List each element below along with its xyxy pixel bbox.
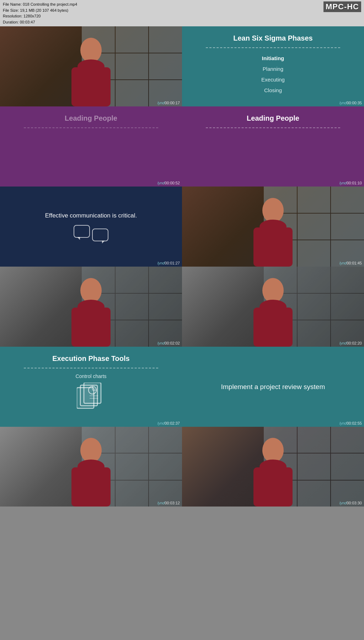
control-charts-label: Control charts (75, 373, 106, 379)
phase-executing: Executing (261, 74, 285, 85)
timestamp-6: lynd00:01:45 (339, 261, 362, 265)
cell-4[interactable]: Leading People lynd00:01:10 (182, 106, 364, 187)
timestamp-4: lynd00:01:10 (339, 181, 362, 185)
docs-icon (77, 383, 105, 409)
svg-point-22 (77, 460, 105, 474)
svg-point-5 (259, 220, 287, 234)
divider-lp-dim (24, 127, 158, 128)
cell-8[interactable]: lynd00:02:20 (182, 267, 364, 347)
cell-11[interactable]: lynd00:03:12 (0, 427, 182, 507)
slide-title-exec: Execution Phase Tools (52, 355, 129, 363)
svg-rect-14 (84, 383, 101, 403)
file-info: File Name: 018 Controlling the project.m… (3, 1, 77, 25)
timestamp-12: lynd00:03:30 (339, 501, 362, 505)
divider-exec (24, 368, 158, 368)
cell-9[interactable]: Execution Phase Tools Control charts lyn… (0, 347, 182, 427)
timestamp-11: lynd00:03:12 (157, 501, 180, 505)
cell-5[interactable]: Effective communication is critical. lyn… (0, 187, 182, 267)
communication-text: Effective communication is critical. (45, 212, 137, 219)
cell-10[interactable]: Implement a project review system lynd00… (182, 347, 364, 427)
thumbnail-grid: lynd00:00:17 Lean Six Sigma Phases Initi… (0, 26, 364, 507)
person-silhouette-11 (63, 435, 119, 507)
timestamp-7: lynd00:02:02 (157, 341, 180, 345)
person-silhouette-7 (63, 276, 119, 347)
timestamp-5: lynd00:01:27 (157, 261, 180, 265)
person-silhouette (63, 35, 119, 106)
svg-point-11 (259, 300, 287, 314)
phase-initiating: Initiating (261, 53, 285, 64)
svg-point-23 (262, 438, 284, 463)
slide-title-lp-bold: Leading People (247, 114, 299, 122)
cell-7[interactable]: lynd00:02:02 (0, 267, 182, 347)
timestamp-10: lynd00:02:55 (339, 421, 362, 425)
duration: Duration: 00:03:47 (3, 19, 77, 25)
svg-point-25 (259, 460, 287, 474)
cell-1[interactable]: lynd00:00:17 (0, 26, 182, 106)
timestamp-8: lynd00:02:20 (339, 341, 362, 345)
implement-text: Implement a project review system (221, 383, 325, 391)
chat-bubble-1 (74, 225, 90, 238)
svg-point-6 (80, 278, 102, 303)
chat-bubble-2 (92, 229, 108, 241)
resolution: Resolution: 1280x720 (3, 13, 77, 19)
timestamp-3: lynd00:00:52 (157, 181, 180, 185)
timestamp-1: lynd00:00:17 (157, 101, 180, 105)
svg-point-8 (77, 300, 105, 314)
slide-title-lp-dim: Leading People (65, 114, 117, 122)
person-silhouette-8 (245, 276, 301, 347)
phase-planning: Planning (261, 64, 285, 74)
cell-3[interactable]: Leading People lynd00:00:52 (0, 106, 182, 187)
svg-point-2 (77, 59, 105, 74)
slide-title-lss: Lean Six Sigma Phases (233, 34, 312, 42)
top-bar: File Name: 018 Controlling the project.m… (0, 0, 364, 26)
svg-point-20 (80, 438, 102, 463)
svg-point-9 (262, 278, 284, 303)
divider-lp-bold (206, 127, 340, 128)
cell-2[interactable]: Lean Six Sigma Phases Initiating Plannin… (182, 26, 364, 106)
cell-6[interactable]: lynd00:01:45 (182, 187, 364, 267)
svg-point-3 (262, 198, 284, 223)
mpc-logo: MPC-HC (323, 1, 361, 12)
phase-list: Initiating Planning Executing Closing (261, 53, 285, 96)
person-silhouette-6 (245, 195, 301, 267)
timestamp-9: lynd00:02:37 (157, 421, 180, 425)
filename: File Name: 018 Controlling the project.m… (3, 1, 77, 7)
filesize: File Size: 19,1 MB (20 107 464 bytes) (3, 7, 77, 14)
cell-12[interactable]: lynd00:03:30 (182, 427, 364, 507)
person-silhouette-12 (245, 435, 301, 507)
timestamp-2: lynd00:00:35 (339, 101, 362, 105)
divider (206, 47, 340, 48)
svg-point-0 (80, 38, 102, 63)
chat-icon (74, 225, 108, 241)
phase-closing: Closing (261, 85, 285, 96)
